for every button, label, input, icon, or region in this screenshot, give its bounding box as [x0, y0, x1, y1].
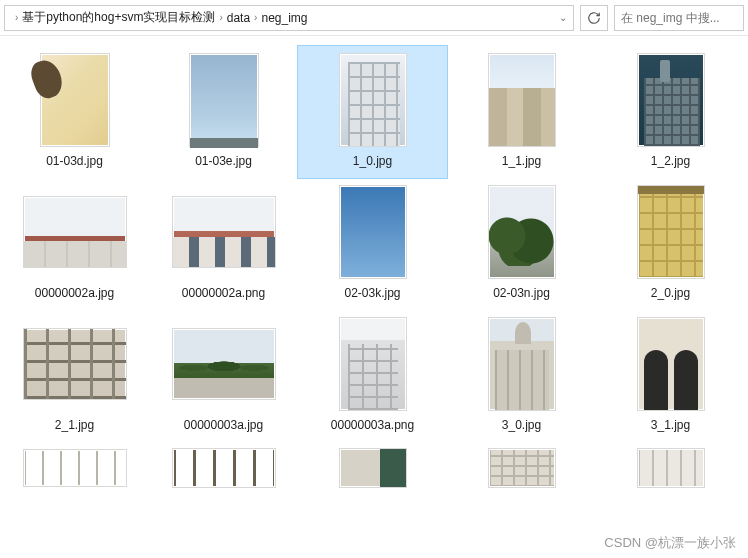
file-thumbnail [172, 52, 276, 148]
file-thumbnail [470, 184, 574, 280]
file-thumbnail [619, 52, 723, 148]
file-thumbnail [470, 448, 574, 488]
file-item[interactable]: 1_1.jpg [447, 46, 596, 178]
file-thumbnail [23, 184, 127, 280]
search-input[interactable] [621, 11, 737, 25]
file-thumbnail [321, 316, 425, 412]
breadcrumb[interactable]: › 基于python的hog+svm实现目标检测 › data › neg_im… [4, 5, 574, 31]
file-item[interactable]: 01-03d.jpg [0, 46, 149, 178]
watermark: CSDN @杭漂一族小张 [604, 534, 736, 552]
file-thumbnail [321, 448, 425, 488]
file-item[interactable]: 00000003a.jpg [149, 310, 298, 442]
file-thumbnail [23, 316, 127, 412]
chevron-right-icon: › [254, 12, 257, 23]
file-thumbnail [470, 316, 574, 412]
file-item[interactable]: 00000002a.png [149, 178, 298, 310]
file-label: 00000002a.png [182, 286, 265, 300]
file-label: 01-03e.jpg [195, 154, 252, 168]
file-thumbnail [23, 448, 127, 488]
file-thumbnail [321, 184, 425, 280]
file-label: 01-03d.jpg [46, 154, 103, 168]
file-item[interactable] [447, 442, 596, 498]
file-item[interactable]: 2_1.jpg [0, 310, 149, 442]
file-label: 1_0.jpg [353, 154, 392, 168]
file-item[interactable]: 1_2.jpg [596, 46, 745, 178]
file-item[interactable] [298, 442, 447, 498]
file-grid: 01-03d.jpg01-03e.jpg1_0.jpg1_1.jpg1_2.jp… [0, 36, 748, 498]
file-label: 3_0.jpg [502, 418, 541, 432]
chevron-down-icon[interactable]: ⌄ [559, 12, 567, 23]
file-item[interactable]: 00000003a.png [298, 310, 447, 442]
refresh-icon [587, 11, 601, 25]
file-item[interactable]: 00000002a.jpg [0, 178, 149, 310]
breadcrumb-item[interactable]: 基于python的hog+svm实现目标检测 [22, 9, 215, 26]
file-thumbnail [619, 184, 723, 280]
file-label: 02-03n.jpg [493, 286, 550, 300]
file-thumbnail [619, 448, 723, 488]
file-thumbnail [470, 52, 574, 148]
file-item[interactable] [149, 442, 298, 498]
file-label: 00000003a.jpg [184, 418, 263, 432]
file-item[interactable]: 01-03e.jpg [149, 46, 298, 178]
file-thumbnail [321, 52, 425, 148]
breadcrumb-item[interactable]: neg_img [261, 11, 307, 25]
file-thumbnail [172, 448, 276, 488]
file-thumbnail [23, 52, 127, 148]
file-label: 02-03k.jpg [344, 286, 400, 300]
chevron-right-icon: › [15, 12, 18, 23]
file-item[interactable]: 1_0.jpg [298, 46, 447, 178]
file-label: 2_1.jpg [55, 418, 94, 432]
file-item[interactable] [596, 442, 745, 498]
chevron-right-icon: › [219, 12, 222, 23]
file-label: 1_1.jpg [502, 154, 541, 168]
file-item[interactable]: 2_0.jpg [596, 178, 745, 310]
file-label: 2_0.jpg [651, 286, 690, 300]
file-item[interactable]: 3_1.jpg [596, 310, 745, 442]
file-item[interactable]: 02-03n.jpg [447, 178, 596, 310]
file-label: 00000003a.png [331, 418, 414, 432]
file-label: 00000002a.jpg [35, 286, 114, 300]
search-box[interactable] [614, 5, 744, 31]
file-label: 3_1.jpg [651, 418, 690, 432]
file-item[interactable] [0, 442, 149, 498]
file-label: 1_2.jpg [651, 154, 690, 168]
toolbar: › 基于python的hog+svm实现目标检测 › data › neg_im… [0, 0, 748, 36]
file-item[interactable]: 02-03k.jpg [298, 178, 447, 310]
file-item[interactable]: 3_0.jpg [447, 310, 596, 442]
refresh-button[interactable] [580, 5, 608, 31]
breadcrumb-item[interactable]: data [227, 11, 250, 25]
file-thumbnail [172, 316, 276, 412]
file-thumbnail [172, 184, 276, 280]
file-thumbnail [619, 316, 723, 412]
